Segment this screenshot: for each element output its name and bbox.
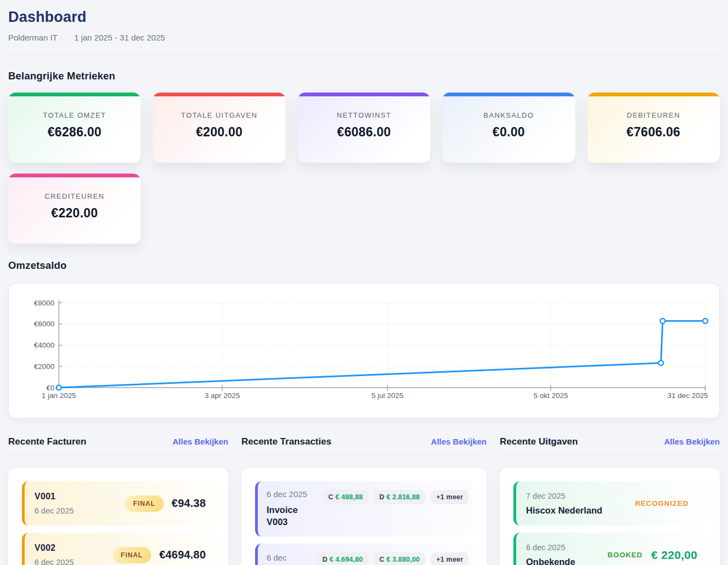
metric-value: €200.00 (153, 125, 285, 140)
chart-section-title: Omzetsaldo (8, 260, 720, 272)
status-badge: FINAL (113, 547, 151, 563)
transaction-chips: D € 4.694,80 C € 3.880,00 +1 meer (317, 552, 469, 565)
recent-invoices-title: Recente Facturen (8, 436, 86, 447)
accent-bar (298, 93, 430, 96)
transaction-chips: C € 488,88 D € 2.816,88 +1 meer (323, 490, 469, 504)
svg-text:5 jul 2025: 5 jul 2025 (371, 391, 403, 400)
metric-card-banksaldo: BANKSALDO €0.00 (442, 93, 575, 163)
transaction-date: 6 dec 2025 (267, 489, 311, 499)
metric-card-totale-uitgaven: TOTALE UITGAVEN €200.00 (153, 93, 285, 163)
metric-card-totale-omzet: TOTALE OMZET €6286.00 (8, 93, 141, 163)
divider (500, 455, 720, 456)
recent-transactions-title: Recente Transacties (241, 436, 331, 447)
company-name: Polderman IT (8, 33, 57, 42)
metric-value: €6086.00 (298, 125, 430, 140)
svg-text:€6000: €6000 (34, 320, 55, 328)
expense-status: BOOKED (608, 551, 643, 559)
omzetsaldo-chart-card: €0€2000€4000€6000€80001 jan 20253 apr 20… (8, 283, 720, 418)
amount-chip: D € 4.694,80 (317, 552, 368, 565)
accent-bar (587, 93, 720, 96)
invoice-amount: €4694.80 (159, 549, 206, 561)
recent-invoices-header: Recente Facturen Alles Bekijken (8, 436, 228, 447)
metric-label: DEBITEUREN (587, 111, 720, 119)
more-chip[interactable]: +1 meer (431, 552, 469, 565)
accent-bar (442, 93, 575, 96)
expense-date: 6 dec 2025 (526, 543, 575, 552)
svg-text:1 jan 2025: 1 jan 2025 (42, 391, 76, 400)
invoice-date: 6 dec 2025 (34, 558, 74, 565)
metric-value: €220.00 (8, 206, 141, 221)
transaction-name: Invoice V003 (267, 504, 309, 528)
invoice-number: V001 (34, 492, 74, 501)
more-chip[interactable]: +1 meer (431, 490, 469, 504)
recent-transactions-header: Recente Transacties Alles Bekijken (241, 436, 487, 447)
metric-card-debiteuren: DEBITEUREN €7606.06 (587, 93, 720, 163)
accent-bar (153, 93, 285, 96)
metrics-section-title: Belangrijke Metrieken (8, 70, 720, 82)
recent-expenses-section: Recente Uitgaven Alles Bekijken 7 dec 20… (500, 436, 720, 565)
svg-text:3 apr 2025: 3 apr 2025 (205, 391, 240, 400)
date-range: 1 jan 2025 - 31 dec 2025 (74, 33, 165, 42)
accent-bar (8, 93, 141, 96)
transactions-see-all-link[interactable]: Alles Bekijken (431, 437, 487, 446)
transactions-panel: 6 dec 2025 Invoice V003 C € 488,88 D € 2… (241, 468, 487, 565)
amount-chip: C € 488,88 (323, 490, 368, 504)
invoices-panel: V001 6 dec 2025 FINAL €94.38 V002 6 dec … (8, 468, 228, 565)
omzetsaldo-chart: €0€2000€4000€6000€80001 jan 20253 apr 20… (9, 284, 719, 418)
bottom-grid: Recente Facturen Alles Bekijken V001 6 d… (8, 436, 720, 565)
expense-row[interactable]: 7 dec 2025 Hiscox Nederland RECOGNIZED (513, 481, 706, 526)
divider (8, 455, 228, 456)
recent-transactions-section: Recente Transacties Alles Bekijken 6 dec… (241, 436, 487, 565)
expense-name: Hiscox Nederland (526, 505, 602, 516)
metric-card-crediteuren: CREDITEUREN €220.00 (8, 174, 141, 244)
transaction-row[interactable]: 6 dec 2025 D € 4.694,80 C € 3.880,00 +1 … (255, 544, 473, 565)
header-divider (8, 55, 720, 55)
divider (241, 455, 487, 456)
recent-expenses-title: Recente Uitgaven (500, 436, 578, 447)
transaction-date: 6 dec 2025 (267, 552, 293, 565)
amount-chip: C € 3.880,00 (374, 552, 425, 565)
metric-value: €7606.06 (587, 125, 720, 140)
svg-text:5 okt 2025: 5 okt 2025 (534, 391, 568, 400)
invoice-date: 6 dec 2025 (34, 506, 74, 515)
invoice-row[interactable]: V002 6 dec 2025 FINAL €4694.80 (22, 533, 215, 565)
status-badge: FINAL (125, 495, 163, 512)
invoices-see-all-link[interactable]: Alles Bekijken (172, 437, 228, 446)
invoice-number: V002 (34, 543, 74, 553)
metric-label: NETTOWINST (298, 111, 430, 119)
expense-amount: € 220,00 (651, 549, 697, 562)
expense-name: Onbekende (526, 557, 575, 565)
accent-bar (8, 174, 141, 177)
page-title: Dashboard (8, 9, 720, 26)
metric-value: €6286.00 (8, 125, 141, 140)
metric-label: TOTALE OMZET (8, 111, 141, 119)
page-header: Dashboard Polderman IT · 1 jan 2025 - 31… (8, 0, 720, 55)
expenses-panel: 7 dec 2025 Hiscox Nederland RECOGNIZED 6… (500, 468, 720, 565)
svg-text:€0: €0 (46, 384, 54, 392)
expense-date: 7 dec 2025 (526, 492, 602, 500)
expenses-see-all-link[interactable]: Alles Bekijken (664, 437, 720, 446)
recent-invoices-section: Recente Facturen Alles Bekijken V001 6 d… (8, 436, 228, 565)
recent-expenses-header: Recente Uitgaven Alles Bekijken (500, 436, 720, 447)
invoice-row[interactable]: V001 6 dec 2025 FINAL €94.38 (22, 481, 215, 526)
page-subtitle: Polderman IT · 1 jan 2025 - 31 dec 2025 (8, 33, 720, 42)
metric-value: €0.00 (442, 125, 575, 140)
expense-row[interactable]: 6 dec 2025 Onbekende BOOKED € 220,00 (513, 533, 706, 565)
svg-text:€8000: €8000 (34, 299, 55, 307)
metric-label: BANKSALDO (442, 111, 575, 119)
svg-text:31 dec 2025: 31 dec 2025 (667, 391, 708, 400)
metrics-grid: TOTALE OMZET €6286.00 TOTALE UITGAVEN €2… (8, 93, 720, 244)
expense-status: RECOGNIZED (635, 499, 689, 508)
metric-label: CREDITEUREN (8, 192, 141, 200)
svg-text:€4000: €4000 (34, 341, 55, 349)
amount-chip: D € 2.816,88 (374, 490, 425, 504)
separator-dot: · (65, 33, 67, 42)
svg-text:€2000: €2000 (34, 362, 55, 371)
metric-label: TOTALE UITGAVEN (153, 111, 285, 119)
transaction-row[interactable]: 6 dec 2025 Invoice V003 C € 488,88 D € 2… (255, 481, 473, 537)
metric-card-nettowinst: NETTOWINST €6086.00 (298, 93, 430, 163)
dashboard-page: Dashboard Polderman IT · 1 jan 2025 - 31… (0, 0, 728, 565)
invoice-amount: €94.38 (172, 497, 206, 510)
